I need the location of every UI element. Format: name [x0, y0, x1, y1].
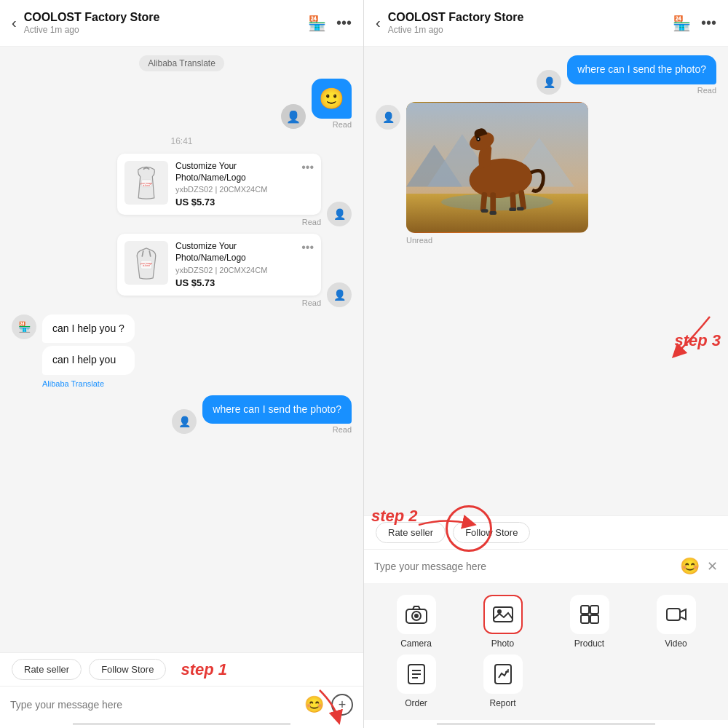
right-chat-area: where can I send the photo? Read 👤 👤: [364, 47, 728, 515]
media-order[interactable]: Order: [376, 654, 456, 708]
emoji-read-label: Read: [333, 120, 352, 129]
right-input-bar: 😊 ✕: [364, 549, 728, 583]
right-rate-seller-button[interactable]: Rate seller: [376, 522, 446, 543]
product-sku-1: yxbDZS02 | 20CMX24CM: [175, 185, 294, 194]
product-img-1: your image is here: [124, 161, 168, 205]
step1-label: step 1: [181, 660, 227, 679]
left-add-button[interactable]: +: [331, 694, 353, 716]
product-icon: [579, 604, 600, 625]
product-label: Product: [574, 638, 604, 649]
photo-icon-wrap: [483, 595, 523, 634]
camera-label: Camera: [400, 638, 432, 649]
photo-label: Photo: [491, 638, 514, 649]
translate-badge-top: Alibaba Translate: [139, 55, 224, 71]
svg-text:is here: is here: [143, 264, 150, 267]
left-more-icon[interactable]: •••: [336, 15, 352, 31]
product-icon-wrap: [570, 595, 609, 634]
user-avatar-2: 👤: [327, 282, 352, 307]
left-header-icons: 🏪 •••: [308, 15, 352, 32]
right-outgoing-row: where can I send the photo? Read 👤: [376, 55, 716, 95]
camera-icon-wrap: [397, 595, 436, 634]
emoji-message-row: 🙂 Read 👤: [12, 79, 352, 129]
left-header: ‹ COOLOST Factory Store Active 1m ago 🏪 …: [0, 0, 363, 47]
left-message-input[interactable]: [10, 699, 297, 711]
product-menu-2[interactable]: •••: [301, 241, 314, 254]
incoming-group: 🏪 can I help you ? can I help you Alibab…: [12, 314, 352, 388]
translate-small[interactable]: Alibaba Translate: [42, 379, 135, 388]
user-avatar-3: 👤: [172, 409, 197, 434]
left-back-button[interactable]: ‹: [12, 15, 17, 31]
media-photo[interactable]: Photo: [462, 595, 543, 649]
report-icon-wrap: [483, 654, 523, 694]
svg-rect-35: [667, 609, 680, 620]
camera-icon: [405, 605, 427, 624]
right-scrollbar[interactable]: [437, 723, 655, 725]
order-label: Order: [405, 698, 427, 708]
left-store-icon[interactable]: 🏪: [308, 15, 326, 32]
media-camera[interactable]: Camera: [376, 595, 456, 649]
right-header: ‹ COOLOST Factory Store Active 1m ago 🏪 …: [364, 0, 728, 47]
media-video[interactable]: Video: [636, 595, 716, 649]
right-panel: ‹ COOLOST Factory Store Active 1m ago 🏪 …: [364, 0, 728, 728]
svg-point-28: [414, 614, 419, 618]
right-close-icon[interactable]: ✕: [707, 558, 718, 574]
outgoing-photo-bubble: where can I send the photo?: [202, 395, 352, 424]
left-panel: ‹ COOLOST Factory Store Active 1m ago 🏪 …: [0, 0, 364, 728]
product-img-2: your image is here: [124, 241, 168, 285]
left-input-bar: 😊 +: [0, 686, 363, 723]
video-icon: [665, 606, 687, 623]
product-read-1: Read: [302, 218, 321, 226]
media-product[interactable]: Product: [549, 595, 630, 649]
svg-text:is here: is here: [143, 184, 150, 187]
right-follow-store-button[interactable]: Follow Store: [453, 522, 530, 543]
report-label: Report: [489, 698, 515, 708]
outgoing-photo-read: Read: [333, 425, 352, 434]
right-header-icons: 🏪 •••: [673, 15, 716, 32]
bag-svg-2: your image is here: [128, 245, 165, 281]
right-emoji-icon[interactable]: 😊: [680, 557, 700, 576]
svg-rect-32: [590, 606, 598, 614]
right-outgoing-bubble: where can I send the photo?: [567, 55, 716, 84]
timestamp-1641: 16:41: [170, 136, 192, 146]
product-info-1: Customize Your Photo/Name/Logo yxbDZS02 …: [175, 161, 294, 207]
product-menu-1[interactable]: •••: [301, 161, 314, 174]
product-card-row-1: your image is here Customize Your Photo/…: [12, 154, 352, 226]
right-back-button[interactable]: ‹: [376, 15, 381, 31]
right-bottom-actions: Rate seller Follow Store: [364, 515, 728, 549]
product-card-2[interactable]: your image is here Customize Your Photo/…: [117, 234, 321, 295]
media-report[interactable]: Report: [462, 654, 543, 708]
right-more-icon[interactable]: •••: [701, 15, 716, 31]
right-message-input[interactable]: [374, 561, 673, 572]
emoji-bubble: 🙂: [312, 79, 352, 119]
horse-svg: [406, 102, 588, 233]
svg-rect-19: [490, 192, 496, 213]
horse-image-group: 👤: [376, 102, 716, 245]
left-store-name: COOLOST Factory Store: [24, 11, 301, 24]
product-card-1[interactable]: your image is here Customize Your Photo/…: [117, 154, 321, 215]
right-store-name: COOLOST Factory Store: [388, 11, 665, 24]
media-grid: Camera Photo Prod: [364, 583, 728, 720]
order-icon: [407, 663, 426, 685]
right-outgoing-read: Read: [697, 86, 716, 95]
svg-point-17: [478, 138, 479, 140]
product-price-2: US $5.73: [175, 277, 294, 288]
product-info-2: Customize Your Photo/Name/Logo yxbDZS02 …: [175, 241, 294, 288]
right-header-info: COOLOST Factory Store Active 1m ago: [388, 11, 665, 35]
left-active-status: Active 1m ago: [24, 25, 301, 35]
product-name-2: Customize Your Photo/Name/Logo: [175, 241, 294, 264]
horse-unread-label: Unread: [406, 236, 588, 245]
store-avatar: 🏪: [12, 314, 36, 339]
left-rate-seller-button[interactable]: Rate seller: [12, 659, 82, 680]
incoming-bubble-1: can I help you ?: [42, 314, 135, 344]
right-user-avatar: 👤: [537, 70, 561, 95]
left-chat-area: Alibaba Translate 🙂 Read 👤 16:41: [0, 47, 363, 652]
left-follow-store-button[interactable]: Follow Store: [89, 659, 166, 680]
svg-rect-34: [590, 615, 598, 623]
left-emoji-icon[interactable]: 😊: [304, 695, 324, 714]
right-store-icon[interactable]: 🏪: [673, 15, 691, 32]
left-scrollbar[interactable]: [73, 723, 290, 725]
right-active-status: Active 1m ago: [388, 25, 665, 35]
product-sku-2: yxbDZS02 | 20CMX24CM: [175, 266, 294, 274]
video-icon-wrap: [657, 595, 696, 634]
left-bottom-actions: Rate seller Follow Store step 1: [0, 652, 363, 686]
